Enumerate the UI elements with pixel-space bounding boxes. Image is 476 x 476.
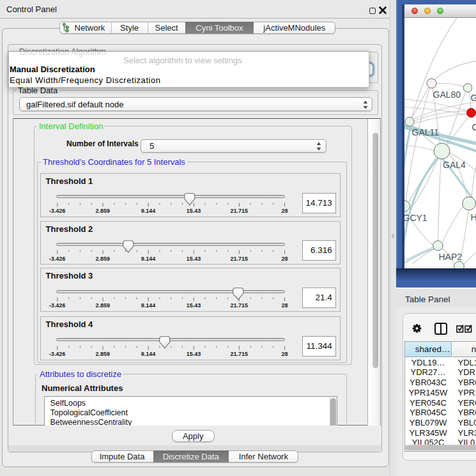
svg-text:GAL4: GAL4 [443,159,466,169]
svg-text:GAL80: GAL80 [433,89,461,99]
svg-text:GA: GA [470,93,476,103]
svg-text:GCY1: GCY1 [404,212,427,222]
svg-text:C: C [472,122,476,132]
svg-text:H: H [470,211,476,222]
svg-text:GAL11: GAL11 [411,127,439,137]
svg-text:HAP2: HAP2 [438,252,462,262]
